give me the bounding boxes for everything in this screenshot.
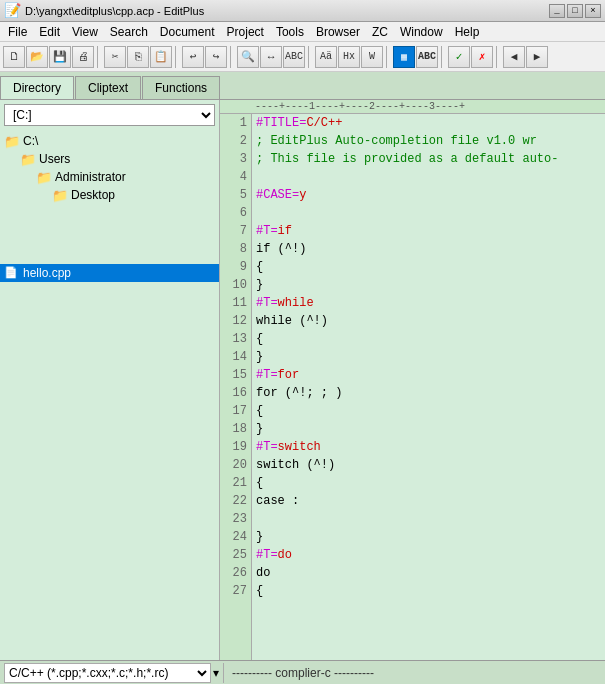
menu-help[interactable]: Help: [449, 23, 486, 41]
line-number-3: 3: [224, 150, 247, 168]
tabbar: Directory Cliptext Functions: [0, 72, 605, 100]
code-line-1: #TITLE=C/C++: [256, 114, 601, 132]
file-type-select[interactable]: C/C++ (*.cpp;*.cxx;*.c;*.h;*.rc): [4, 663, 211, 683]
tb-print[interactable]: 🖨: [72, 46, 94, 68]
menu-document[interactable]: Document: [154, 23, 221, 41]
line-number-18: 18: [224, 420, 247, 438]
line-number-10: 10: [224, 276, 247, 294]
line-number-25: 25: [224, 546, 247, 564]
line-number-17: 17: [224, 402, 247, 420]
tb-undo[interactable]: ↩: [182, 46, 204, 68]
close-button[interactable]: ×: [585, 4, 601, 18]
code-line-13: {: [256, 330, 601, 348]
tb-redo[interactable]: ↪: [205, 46, 227, 68]
menu-zc[interactable]: ZC: [366, 23, 394, 41]
line-numbers: 1234567891011121314151617181920212223242…: [220, 114, 252, 660]
code-line-5: #CASE=y: [256, 186, 601, 204]
code-line-26: do: [256, 564, 601, 582]
menu-browser[interactable]: Browser: [310, 23, 366, 41]
tb-cliptext[interactable]: ▦: [393, 46, 415, 68]
tb-word[interactable]: W: [361, 46, 383, 68]
sidebar: [C:] 📁 C:\ 📁 Users 📁 Administrator 📁 Des…: [0, 100, 220, 660]
code-line-6: [256, 204, 601, 222]
folder-icon-users: 📁: [20, 152, 36, 166]
line-number-26: 26: [224, 564, 247, 582]
menu-view[interactable]: View: [66, 23, 104, 41]
file-icon-hellocpp: 📄: [4, 266, 20, 280]
minimize-button[interactable]: _: [549, 4, 565, 18]
tb-spellcheck[interactable]: ABC: [283, 46, 305, 68]
code-line-15: #T=for: [256, 366, 601, 384]
tb-paste[interactable]: 📋: [150, 46, 172, 68]
tree-label-desktop: Desktop: [71, 188, 115, 202]
tb-prev[interactable]: ◀: [503, 46, 525, 68]
menu-tools[interactable]: Tools: [270, 23, 310, 41]
tb-next[interactable]: ▶: [526, 46, 548, 68]
code-container[interactable]: 1234567891011121314151617181920212223242…: [220, 114, 605, 660]
tb-replace[interactable]: ↔: [260, 46, 282, 68]
code-line-7: #T=if: [256, 222, 601, 240]
drive-select[interactable]: [C:]: [4, 104, 215, 126]
code-line-8: if (^!): [256, 240, 601, 258]
line-number-13: 13: [224, 330, 247, 348]
code-line-17: {: [256, 402, 601, 420]
line-number-24: 24: [224, 528, 247, 546]
code-line-3: ; This file is provided as a default aut…: [256, 150, 601, 168]
line-number-4: 4: [224, 168, 247, 186]
tb-find[interactable]: 🔍: [237, 46, 259, 68]
tb-cancel[interactable]: ✗: [471, 46, 493, 68]
menu-window[interactable]: Window: [394, 23, 449, 41]
code-line-12: while (^!): [256, 312, 601, 330]
tb-open[interactable]: 📂: [26, 46, 48, 68]
folder-icon: 📁: [4, 134, 20, 148]
line-number-20: 20: [224, 456, 247, 474]
tab-directory[interactable]: Directory: [0, 76, 74, 99]
menu-edit[interactable]: Edit: [33, 23, 66, 41]
code-line-27: {: [256, 582, 601, 600]
tab-functions[interactable]: Functions: [142, 76, 220, 99]
line-number-12: 12: [224, 312, 247, 330]
tree-item-desktop[interactable]: 📁 Desktop: [0, 186, 219, 204]
tree-label-users: Users: [39, 152, 70, 166]
code-line-19: #T=switch: [256, 438, 601, 456]
tb-save[interactable]: 💾: [49, 46, 71, 68]
tb-check[interactable]: ✓: [448, 46, 470, 68]
line-number-9: 9: [224, 258, 247, 276]
tb-cut[interactable]: ✂: [104, 46, 126, 68]
tb-autocomp[interactable]: ABC: [416, 46, 438, 68]
tree-item-c[interactable]: 📁 C:\: [0, 132, 219, 150]
line-number-8: 8: [224, 240, 247, 258]
maximize-button[interactable]: □: [567, 4, 583, 18]
code-line-24: }: [256, 528, 601, 546]
menu-file[interactable]: File: [2, 23, 33, 41]
tb-hex[interactable]: Hx: [338, 46, 360, 68]
tree-label-hellocpp: hello.cpp: [23, 266, 71, 280]
tab-cliptext[interactable]: Cliptext: [75, 76, 141, 99]
tb-sep7: [496, 46, 500, 68]
tb-sep6: [441, 46, 445, 68]
editor-area: ----+----1----+----2----+----3----+ 1234…: [220, 100, 605, 660]
menu-search[interactable]: Search: [104, 23, 154, 41]
main-layout: [C:] 📁 C:\ 📁 Users 📁 Administrator 📁 Des…: [0, 100, 605, 660]
line-number-14: 14: [224, 348, 247, 366]
code-line-22: case :: [256, 492, 601, 510]
tree-item-users[interactable]: 📁 Users: [0, 150, 219, 168]
tb-font[interactable]: Aä: [315, 46, 337, 68]
code-content[interactable]: #TITLE=C/C++; EditPlus Auto-completion f…: [252, 114, 605, 660]
line-number-7: 7: [224, 222, 247, 240]
folder-icon-admin: 📁: [36, 170, 52, 184]
menu-project[interactable]: Project: [221, 23, 270, 41]
line-number-16: 16: [224, 384, 247, 402]
tree-item-administrator[interactable]: 📁 Administrator: [0, 168, 219, 186]
code-line-16: for (^!; ; ): [256, 384, 601, 402]
line-number-15: 15: [224, 366, 247, 384]
line-number-22: 22: [224, 492, 247, 510]
tree-item-hellocpp[interactable]: 📄 hello.cpp: [0, 264, 219, 282]
code-line-10: }: [256, 276, 601, 294]
tb-copy[interactable]: ⎘: [127, 46, 149, 68]
titlebar-text: D:\yangxt\editplus\cpp.acp - EditPlus: [25, 5, 549, 17]
line-number-21: 21: [224, 474, 247, 492]
code-line-9: {: [256, 258, 601, 276]
tb-new[interactable]: 🗋: [3, 46, 25, 68]
code-line-4: [256, 168, 601, 186]
